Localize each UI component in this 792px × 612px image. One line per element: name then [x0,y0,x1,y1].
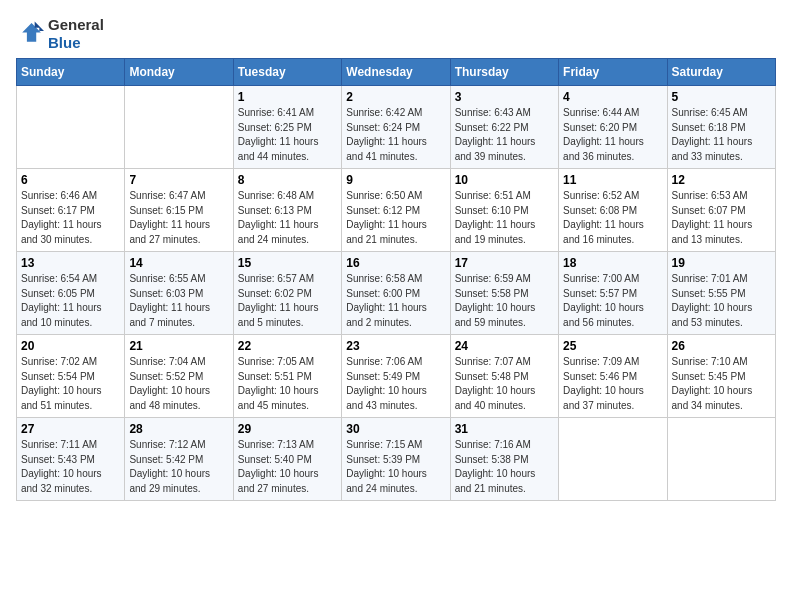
day-number: 26 [672,339,771,353]
day-number: 10 [455,173,554,187]
calendar-cell: 22Sunrise: 7:05 AM Sunset: 5:51 PM Dayli… [233,335,341,418]
day-detail: Sunrise: 7:01 AM Sunset: 5:55 PM Dayligh… [672,272,771,330]
day-detail: Sunrise: 6:45 AM Sunset: 6:18 PM Dayligh… [672,106,771,164]
calendar-cell: 17Sunrise: 6:59 AM Sunset: 5:58 PM Dayli… [450,252,558,335]
day-detail: Sunrise: 6:52 AM Sunset: 6:08 PM Dayligh… [563,189,662,247]
calendar-cell: 27Sunrise: 7:11 AM Sunset: 5:43 PM Dayli… [17,418,125,501]
day-detail: Sunrise: 7:13 AM Sunset: 5:40 PM Dayligh… [238,438,337,496]
calendar-cell: 6Sunrise: 6:46 AM Sunset: 6:17 PM Daylig… [17,169,125,252]
day-header-thursday: Thursday [450,59,558,86]
calendar-cell: 12Sunrise: 6:53 AM Sunset: 6:07 PM Dayli… [667,169,775,252]
day-number: 18 [563,256,662,270]
day-number: 27 [21,422,120,436]
day-detail: Sunrise: 6:51 AM Sunset: 6:10 PM Dayligh… [455,189,554,247]
day-number: 14 [129,256,228,270]
calendar-cell: 10Sunrise: 6:51 AM Sunset: 6:10 PM Dayli… [450,169,558,252]
day-number: 16 [346,256,445,270]
calendar-cell: 7Sunrise: 6:47 AM Sunset: 6:15 PM Daylig… [125,169,233,252]
calendar-cell: 5Sunrise: 6:45 AM Sunset: 6:18 PM Daylig… [667,86,775,169]
calendar-cell [667,418,775,501]
calendar-cell: 24Sunrise: 7:07 AM Sunset: 5:48 PM Dayli… [450,335,558,418]
day-detail: Sunrise: 6:58 AM Sunset: 6:00 PM Dayligh… [346,272,445,330]
day-number: 29 [238,422,337,436]
day-detail: Sunrise: 7:11 AM Sunset: 5:43 PM Dayligh… [21,438,120,496]
day-number: 2 [346,90,445,104]
day-detail: Sunrise: 6:42 AM Sunset: 6:24 PM Dayligh… [346,106,445,164]
calendar-cell: 16Sunrise: 6:58 AM Sunset: 6:00 PM Dayli… [342,252,450,335]
day-number: 28 [129,422,228,436]
logo-text: General Blue [48,16,104,52]
logo-icon [16,20,44,48]
day-number: 9 [346,173,445,187]
day-number: 17 [455,256,554,270]
day-number: 31 [455,422,554,436]
day-number: 19 [672,256,771,270]
day-detail: Sunrise: 6:43 AM Sunset: 6:22 PM Dayligh… [455,106,554,164]
day-detail: Sunrise: 6:57 AM Sunset: 6:02 PM Dayligh… [238,272,337,330]
day-number: 5 [672,90,771,104]
day-number: 6 [21,173,120,187]
day-detail: Sunrise: 7:00 AM Sunset: 5:57 PM Dayligh… [563,272,662,330]
day-number: 4 [563,90,662,104]
calendar-cell: 31Sunrise: 7:16 AM Sunset: 5:38 PM Dayli… [450,418,558,501]
calendar-cell: 19Sunrise: 7:01 AM Sunset: 5:55 PM Dayli… [667,252,775,335]
calendar-cell: 15Sunrise: 6:57 AM Sunset: 6:02 PM Dayli… [233,252,341,335]
calendar-cell: 28Sunrise: 7:12 AM Sunset: 5:42 PM Dayli… [125,418,233,501]
day-number: 25 [563,339,662,353]
calendar-table: SundayMondayTuesdayWednesdayThursdayFrid… [16,58,776,501]
day-detail: Sunrise: 7:07 AM Sunset: 5:48 PM Dayligh… [455,355,554,413]
day-number: 21 [129,339,228,353]
calendar-cell: 8Sunrise: 6:48 AM Sunset: 6:13 PM Daylig… [233,169,341,252]
day-detail: Sunrise: 6:41 AM Sunset: 6:25 PM Dayligh… [238,106,337,164]
calendar-cell: 14Sunrise: 6:55 AM Sunset: 6:03 PM Dayli… [125,252,233,335]
day-number: 1 [238,90,337,104]
calendar-cell [17,86,125,169]
calendar-cell: 18Sunrise: 7:00 AM Sunset: 5:57 PM Dayli… [559,252,667,335]
day-number: 22 [238,339,337,353]
calendar-cell [559,418,667,501]
day-number: 8 [238,173,337,187]
day-number: 13 [21,256,120,270]
calendar-cell: 21Sunrise: 7:04 AM Sunset: 5:52 PM Dayli… [125,335,233,418]
day-detail: Sunrise: 7:02 AM Sunset: 5:54 PM Dayligh… [21,355,120,413]
day-detail: Sunrise: 7:10 AM Sunset: 5:45 PM Dayligh… [672,355,771,413]
day-detail: Sunrise: 7:05 AM Sunset: 5:51 PM Dayligh… [238,355,337,413]
day-detail: Sunrise: 6:48 AM Sunset: 6:13 PM Dayligh… [238,189,337,247]
calendar-cell: 9Sunrise: 6:50 AM Sunset: 6:12 PM Daylig… [342,169,450,252]
day-number: 7 [129,173,228,187]
calendar-cell: 3Sunrise: 6:43 AM Sunset: 6:22 PM Daylig… [450,86,558,169]
day-detail: Sunrise: 7:06 AM Sunset: 5:49 PM Dayligh… [346,355,445,413]
day-detail: Sunrise: 7:09 AM Sunset: 5:46 PM Dayligh… [563,355,662,413]
day-number: 20 [21,339,120,353]
day-number: 11 [563,173,662,187]
day-detail: Sunrise: 6:53 AM Sunset: 6:07 PM Dayligh… [672,189,771,247]
day-number: 12 [672,173,771,187]
calendar-cell: 1Sunrise: 6:41 AM Sunset: 6:25 PM Daylig… [233,86,341,169]
day-detail: Sunrise: 6:59 AM Sunset: 5:58 PM Dayligh… [455,272,554,330]
day-detail: Sunrise: 6:55 AM Sunset: 6:03 PM Dayligh… [129,272,228,330]
day-number: 15 [238,256,337,270]
day-header-wednesday: Wednesday [342,59,450,86]
day-detail: Sunrise: 6:44 AM Sunset: 6:20 PM Dayligh… [563,106,662,164]
day-header-friday: Friday [559,59,667,86]
day-detail: Sunrise: 7:12 AM Sunset: 5:42 PM Dayligh… [129,438,228,496]
day-detail: Sunrise: 7:04 AM Sunset: 5:52 PM Dayligh… [129,355,228,413]
day-number: 23 [346,339,445,353]
calendar-cell: 23Sunrise: 7:06 AM Sunset: 5:49 PM Dayli… [342,335,450,418]
calendar-cell [125,86,233,169]
page-header: General Blue [16,16,776,52]
day-header-sunday: Sunday [17,59,125,86]
calendar-cell: 4Sunrise: 6:44 AM Sunset: 6:20 PM Daylig… [559,86,667,169]
calendar-cell: 13Sunrise: 6:54 AM Sunset: 6:05 PM Dayli… [17,252,125,335]
calendar-cell: 30Sunrise: 7:15 AM Sunset: 5:39 PM Dayli… [342,418,450,501]
day-number: 30 [346,422,445,436]
day-header-monday: Monday [125,59,233,86]
day-detail: Sunrise: 6:50 AM Sunset: 6:12 PM Dayligh… [346,189,445,247]
day-number: 3 [455,90,554,104]
day-number: 24 [455,339,554,353]
day-detail: Sunrise: 7:16 AM Sunset: 5:38 PM Dayligh… [455,438,554,496]
calendar-cell: 25Sunrise: 7:09 AM Sunset: 5:46 PM Dayli… [559,335,667,418]
calendar-cell: 26Sunrise: 7:10 AM Sunset: 5:45 PM Dayli… [667,335,775,418]
calendar-cell: 2Sunrise: 6:42 AM Sunset: 6:24 PM Daylig… [342,86,450,169]
calendar-cell: 29Sunrise: 7:13 AM Sunset: 5:40 PM Dayli… [233,418,341,501]
